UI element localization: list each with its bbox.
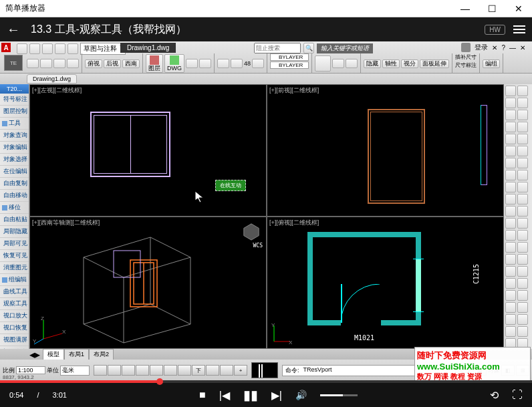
tool-icon[interactable] [27, 59, 39, 68]
tool-icon[interactable] [505, 170, 516, 180]
status-toggle[interactable] [122, 365, 135, 376]
status-toggle[interactable]: 下 [192, 365, 205, 376]
status-toggle[interactable]: + [234, 365, 247, 376]
tool-icon[interactable] [505, 278, 516, 289]
palette-item[interactable]: 对象选择 [0, 154, 29, 166]
next-button[interactable]: ▶| [271, 389, 282, 402]
tool-icon[interactable] [517, 182, 528, 192]
palette-item[interactable]: 视口恢复 [0, 322, 29, 334]
ltype-bylayer-dropdown[interactable]: BYLAYER [270, 61, 309, 69]
tool-icon[interactable] [505, 134, 516, 144]
search-icon[interactable]: 🔍 [303, 43, 314, 53]
palette-item[interactable]: 工具 [0, 118, 29, 130]
nav-thumbnail[interactable] [251, 362, 278, 378]
tool-icon[interactable] [517, 254, 528, 265]
tool-icon[interactable] [505, 158, 516, 168]
status-toggle[interactable] [220, 365, 233, 376]
tool-icon[interactable] [505, 242, 516, 253]
tool-icon[interactable] [517, 158, 528, 168]
palette-item[interactable]: 观察工具 [0, 298, 29, 310]
palette-item[interactable]: 局部可见 [0, 238, 29, 250]
palette-item[interactable]: 在位编辑 [0, 166, 29, 178]
status-toggle[interactable] [206, 365, 219, 376]
palette-item[interactable]: 移位 [0, 202, 29, 214]
tool-icon[interactable] [517, 314, 528, 325]
tool-icon[interactable] [40, 59, 52, 68]
palette-item[interactable]: 恢复可见 [0, 250, 29, 262]
palette-item[interactable]: 组编辑 [0, 274, 29, 286]
pause-button[interactable]: ▮▮ [243, 387, 258, 403]
tool-icon[interactable] [332, 59, 344, 68]
viewport-sw-iso[interactable]: [+][西南等轴测][二维线框] WCS [30, 217, 266, 348]
status-toggle[interactable] [108, 365, 121, 376]
drawing-tab[interactable]: Drawing1.dwg [27, 74, 77, 84]
color-bylayer-dropdown[interactable]: BYLAYER [270, 53, 309, 61]
qat-redo-icon[interactable] [68, 43, 78, 54]
tool-icon[interactable] [505, 122, 516, 132]
qat-save-icon[interactable] [42, 43, 53, 54]
tool-icon[interactable] [231, 59, 243, 68]
tool-icon[interactable] [252, 59, 264, 68]
palette-item[interactable]: 图层控制 [0, 106, 29, 118]
viewport-label[interactable]: [+][左视][二维线框] [32, 86, 82, 95]
tool-icon[interactable] [346, 59, 358, 68]
right-toolbar[interactable] [504, 84, 532, 349]
quickfind-input[interactable] [254, 43, 301, 53]
tool-icon[interactable] [517, 290, 528, 301]
tool-icon[interactable] [199, 59, 211, 68]
tool-icon[interactable] [517, 86, 528, 96]
scale-input[interactable]: 1:100 [16, 366, 45, 374]
tool-palette[interactable]: T20... 符号标注图层控制工具对象查询对象编辑对象选择在位编辑自由复制自由移… [0, 84, 29, 349]
tool-icon[interactable] [67, 59, 79, 68]
ribbon-close-icon[interactable]: ✕ [520, 44, 525, 51]
prev-button[interactable]: |◀ [219, 389, 230, 402]
maximize-button[interactable]: ☐ [479, 0, 505, 17]
tool-icon[interactable] [505, 230, 516, 241]
group-button[interactable]: 编组 [483, 59, 500, 68]
tool-icon[interactable] [517, 122, 528, 132]
volume-slider[interactable] [320, 394, 358, 396]
split-button[interactable]: 视分 [401, 59, 418, 68]
viewport-left[interactable]: [+][左视][二维线框] 在线互动 [30, 85, 266, 216]
tool-icon[interactable] [505, 266, 516, 277]
tool-icon[interactable] [517, 170, 528, 180]
layer-button[interactable]: 图层 [146, 54, 163, 73]
ribbon-minimize-icon[interactable]: — [509, 44, 516, 51]
loop-button[interactable]: ⟲ [490, 389, 499, 402]
help-icon[interactable]: ? [501, 44, 505, 51]
user-icon[interactable] [461, 43, 471, 52]
dim-label[interactable]: 插补尺寸 [455, 53, 477, 61]
tool-icon[interactable] [505, 326, 516, 337]
extend-button[interactable]: 面板延伸 [420, 59, 449, 68]
palette-item[interactable]: 自由移动 [0, 190, 29, 202]
palette-item[interactable]: 对象查询 [0, 130, 29, 142]
palette-item[interactable]: 视图满屏 [0, 334, 29, 346]
search-hint[interactable]: 输入关键字或短语 [317, 43, 373, 53]
back-button[interactable]: ← [7, 22, 20, 37]
view-back-button[interactable]: 后视 [104, 59, 121, 68]
tool-icon[interactable] [505, 110, 516, 120]
tool-icon[interactable] [505, 98, 516, 108]
tool-icon[interactable] [505, 206, 516, 217]
viewport-label[interactable]: [+][前视][二维线框] [269, 86, 319, 95]
view-sw-button[interactable]: 西南 [122, 59, 140, 68]
tool-icon[interactable] [505, 86, 516, 96]
viewcube-icon[interactable] [242, 223, 261, 241]
fullscreen-button[interactable]: ⛶ [512, 389, 523, 401]
tool-icon[interactable] [505, 290, 516, 301]
viewport-top[interactable]: [+][俯视][二维线框] M1021 C1215 [267, 217, 503, 348]
viewport-label[interactable]: [+][西南等轴测][二维线框] [32, 219, 100, 227]
exchange-icon[interactable]: ✕ [492, 44, 497, 51]
palette-item[interactable]: 曲线工具 [0, 286, 29, 298]
tool-icon[interactable] [517, 326, 528, 337]
tool-icon[interactable] [217, 59, 229, 68]
palette-item[interactable]: 符号标注 [0, 94, 29, 106]
tool-icon[interactable] [517, 98, 528, 108]
palette-item[interactable]: 局部隐藏 [0, 226, 29, 238]
progress-bar[interactable] [0, 380, 532, 383]
palette-item[interactable]: 视图存盘 [0, 346, 29, 349]
unit-input[interactable]: 毫米 [60, 366, 90, 376]
tool-icon[interactable] [505, 182, 516, 192]
tool-icon[interactable] [505, 194, 516, 205]
overlay-button[interactable]: 在线互动 [215, 180, 246, 191]
